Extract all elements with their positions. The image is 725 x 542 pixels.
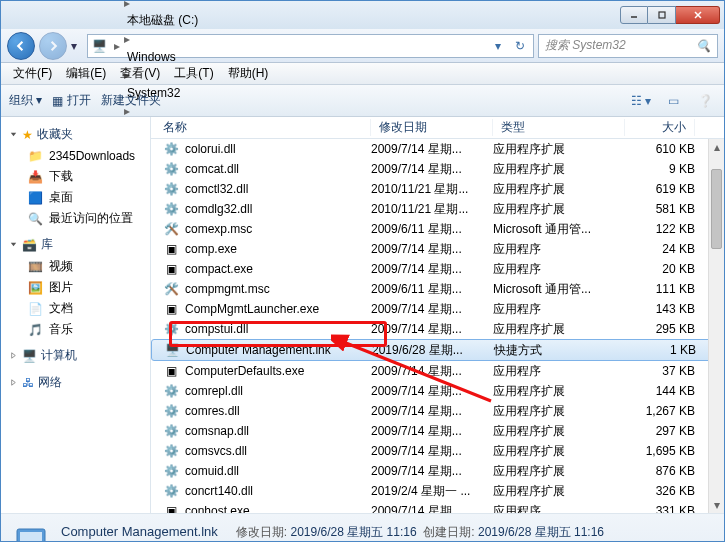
column-name[interactable]: 名称 — [151, 119, 371, 136]
scroll-thumb[interactable] — [711, 169, 722, 249]
file-size: 111 KB — [625, 282, 695, 296]
computer-icon: 🖥️ — [22, 349, 37, 363]
file-date: 2019/6/28 星期... — [372, 342, 494, 359]
preview-pane-button[interactable]: ▭ — [662, 90, 684, 112]
close-button[interactable] — [676, 6, 720, 24]
msc-icon: 🛠️ — [163, 281, 179, 297]
file-row[interactable]: 🖥️Computer Management.lnk2019/6/28 星期...… — [151, 339, 724, 361]
file-row[interactable]: ⚙️compstui.dll2009/7/14 星期...应用程序扩展295 K… — [151, 319, 724, 339]
file-row[interactable]: ⚙️comdlg32.dll2010/11/21 星期...应用程序扩展581 … — [151, 199, 724, 219]
search-input[interactable]: 搜索 System32 🔍 — [538, 34, 718, 58]
file-row[interactable]: ⚙️comsvcs.dll2009/7/14 星期...应用程序扩展1,695 … — [151, 441, 724, 461]
file-row[interactable]: 🛠️compmgmt.msc2009/6/11 星期...Microsoft 通… — [151, 279, 724, 299]
svg-rect-1 — [659, 12, 665, 18]
file-type: 应用程序扩展 — [493, 201, 625, 218]
sidebar-item[interactable]: 📄文档 — [1, 298, 150, 319]
main-content: ★ 收藏夹 📁2345Downloads📥下载🟦桌面🔍最近访问的位置 🗃️ 库 … — [1, 117, 724, 513]
address-bar[interactable]: 🖥️ ▸ 计算机▸本地磁盘 (C:)▸Windows▸System32▸ ▾ ↻ — [87, 34, 534, 58]
sidebar-item[interactable]: 🔍最近访问的位置 — [1, 208, 150, 229]
sidebar-network-header[interactable]: 🖧 网络 — [1, 371, 150, 394]
scroll-down-button[interactable]: ▾ — [709, 497, 724, 513]
vertical-scrollbar[interactable]: ▴ ▾ — [708, 139, 724, 513]
sidebar-computer-header[interactable]: 🖥️ 计算机 — [1, 344, 150, 367]
file-size: 619 KB — [625, 182, 695, 196]
sidebar-item[interactable]: 🎞️视频 — [1, 256, 150, 277]
file-size: 326 KB — [625, 484, 695, 498]
computer-icon: 🖥️ — [92, 39, 110, 53]
file-type: 应用程序扩展 — [493, 141, 625, 158]
file-size: 9 KB — [625, 162, 695, 176]
file-row[interactable]: ⚙️comcat.dll2009/7/14 星期...应用程序扩展9 KB — [151, 159, 724, 179]
scroll-up-button[interactable]: ▴ — [709, 139, 724, 155]
menu-item[interactable]: 文件(F) — [7, 63, 58, 84]
sidebar-item[interactable]: 🟦桌面 — [1, 187, 150, 208]
column-size[interactable]: 大小 — [625, 119, 695, 136]
minimize-button[interactable] — [620, 6, 648, 24]
sidebar-item-label: 桌面 — [49, 189, 73, 206]
sidebar-libraries-header[interactable]: 🗃️ 库 — [1, 233, 150, 256]
file-pane: 名称 修改日期 类型 大小 ⚙️colorui.dll2009/7/14 星期.… — [151, 117, 724, 513]
menu-item[interactable]: 帮助(H) — [222, 63, 275, 84]
file-size: 122 KB — [625, 222, 695, 236]
breadcrumb-item[interactable]: 本地磁盘 (C:) — [122, 10, 203, 32]
file-row[interactable]: ⚙️concrt140.dll2019/2/4 星期一 ...应用程序扩展326… — [151, 481, 724, 501]
sidebar-item[interactable]: 🎵音乐 — [1, 319, 150, 340]
file-row[interactable]: ⚙️comsnap.dll2009/7/14 星期...应用程序扩展297 KB — [151, 421, 724, 441]
file-name: comctl32.dll — [185, 182, 248, 196]
file-row[interactable]: ▣CompMgmtLauncher.exe2009/7/14 星期...应用程序… — [151, 299, 724, 319]
file-row[interactable]: ⚙️colorui.dll2009/7/14 星期...应用程序扩展610 KB — [151, 139, 724, 159]
network-icon: 🖧 — [22, 376, 34, 390]
titlebar — [1, 1, 724, 29]
chevron-right-icon[interactable]: ▸ — [122, 0, 132, 10]
toolbar: 组织 ▾ ▦打开 新建文件夹 ☷ ▾ ▭ ❔ — [1, 85, 724, 117]
new-folder-button[interactable]: 新建文件夹 — [101, 92, 161, 109]
dll-icon: ⚙️ — [163, 321, 179, 337]
file-row[interactable]: ⚙️comctl32.dll2010/11/21 星期...应用程序扩展619 … — [151, 179, 724, 199]
file-type: 应用程序 — [493, 241, 625, 258]
file-name: comexp.msc — [185, 222, 252, 236]
file-row[interactable]: ▣ComputerDefaults.exe2009/7/14 星期...应用程序… — [151, 361, 724, 381]
nav-history-dropdown[interactable]: ▾ — [71, 39, 83, 53]
file-list[interactable]: ⚙️colorui.dll2009/7/14 星期...应用程序扩展610 KB… — [151, 139, 724, 513]
chevron-right-icon[interactable]: ▸ — [122, 32, 132, 46]
back-button[interactable] — [7, 32, 35, 60]
menu-item[interactable]: 编辑(E) — [60, 63, 112, 84]
sidebar-favorites-header[interactable]: ★ 收藏夹 — [1, 123, 150, 146]
file-date: 2009/7/14 星期... — [371, 423, 493, 440]
sidebar-item[interactable]: 🖼️图片 — [1, 277, 150, 298]
forward-button[interactable] — [39, 32, 67, 60]
column-type[interactable]: 类型 — [493, 119, 625, 136]
dll-icon: ⚙️ — [163, 403, 179, 419]
file-type: 应用程序扩展 — [493, 483, 625, 500]
chevron-right-icon — [9, 378, 18, 387]
navbar: ▾ 🖥️ ▸ 计算机▸本地磁盘 (C:)▸Windows▸System32▸ ▾… — [1, 29, 724, 63]
view-options-button[interactable]: ☷ ▾ — [630, 90, 652, 112]
file-name: CompMgmtLauncher.exe — [185, 302, 319, 316]
refresh-button[interactable]: ↻ — [509, 39, 531, 53]
chevron-right-icon[interactable]: ▸ — [112, 39, 122, 53]
file-row[interactable]: ⚙️comres.dll2009/7/14 星期...应用程序扩展1,267 K… — [151, 401, 724, 421]
file-size: 297 KB — [625, 424, 695, 438]
sidebar-item-label: 最近访问的位置 — [49, 210, 133, 227]
sidebar-item[interactable]: 📁2345Downloads — [1, 146, 150, 166]
menu-item[interactable]: 查看(V) — [114, 63, 166, 84]
help-button[interactable]: ❔ — [694, 90, 716, 112]
file-date: 2009/6/11 星期... — [371, 221, 493, 238]
file-row[interactable]: ▣compact.exe2009/7/14 星期...应用程序20 KB — [151, 259, 724, 279]
file-date: 2009/7/14 星期... — [371, 443, 493, 460]
exe-icon: ▣ — [163, 363, 179, 379]
open-button[interactable]: ▦打开 — [52, 92, 91, 109]
address-history-button[interactable]: ▾ — [487, 39, 509, 53]
file-row[interactable]: ▣conhost.exe2009/7/14 星期...应用程序331 KB — [151, 501, 724, 513]
organize-button[interactable]: 组织 ▾ — [9, 92, 42, 109]
file-size: 143 KB — [625, 302, 695, 316]
sidebar-item[interactable]: 📥下载 — [1, 166, 150, 187]
menu-item[interactable]: 工具(T) — [168, 63, 219, 84]
maximize-button[interactable] — [648, 6, 676, 24]
dll-icon: ⚙️ — [163, 161, 179, 177]
file-row[interactable]: ⚙️comrepl.dll2009/7/14 星期...应用程序扩展144 KB — [151, 381, 724, 401]
file-row[interactable]: ▣comp.exe2009/7/14 星期...应用程序24 KB — [151, 239, 724, 259]
file-row[interactable]: ⚙️comuid.dll2009/7/14 星期...应用程序扩展876 KB — [151, 461, 724, 481]
column-date[interactable]: 修改日期 — [371, 119, 493, 136]
file-row[interactable]: 🛠️comexp.msc2009/6/11 星期...Microsoft 通用管… — [151, 219, 724, 239]
